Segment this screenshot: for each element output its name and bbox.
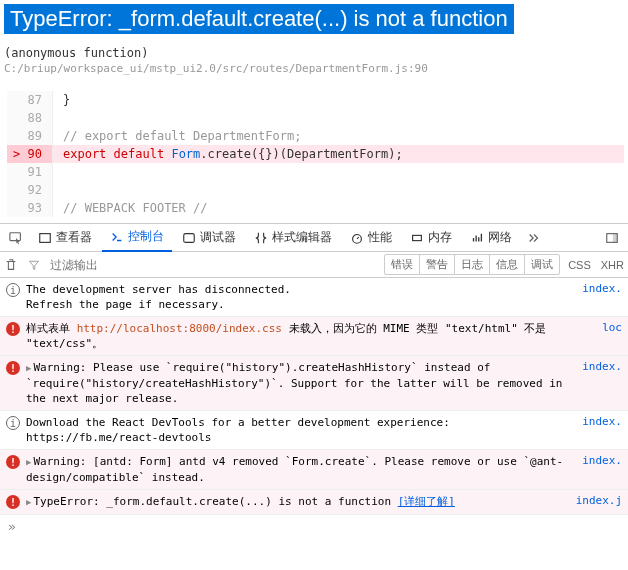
console-message: ! ▶TypeError: _form.default.create(...) …: [0, 490, 628, 515]
svg-rect-0: [10, 232, 21, 240]
code-line: 88: [7, 109, 624, 127]
info-icon: i: [6, 416, 20, 430]
message-text: 样式表单 http://localhost:8000/index.css 未载入…: [26, 321, 596, 351]
expand-arrow-icon[interactable]: ▶: [26, 497, 31, 507]
pill-warn[interactable]: 警告: [420, 255, 455, 274]
pill-error[interactable]: 错误: [385, 255, 420, 274]
code-line: 91: [7, 163, 624, 181]
learn-more-link[interactable]: [详细了解]: [398, 495, 455, 508]
memory-icon: [410, 231, 424, 245]
devtools-panel: 查看器 控制台 调试器 样式编辑器 性能 内存 网络 错误 警告 日志 信息 调…: [0, 223, 628, 538]
message-text: Download the React DevTools for a better…: [26, 415, 576, 445]
tab-label: 性能: [368, 229, 392, 246]
tabs-overflow-icon[interactable]: [522, 226, 546, 250]
stack-header: (anonymous function) C:/briup/workspace_…: [0, 34, 628, 83]
svg-rect-4: [413, 235, 422, 240]
tab-inspector[interactable]: 查看器: [30, 224, 100, 252]
code-line: 92: [7, 181, 624, 199]
network-icon: [470, 231, 484, 245]
message-text: ▶Warning: Please use `require("history")…: [26, 360, 576, 406]
tab-label: 网络: [488, 229, 512, 246]
debugger-icon: [182, 231, 196, 245]
filter-xhr-toggle[interactable]: XHR: [601, 259, 624, 271]
filter-icon: [28, 259, 42, 271]
tab-label: 样式编辑器: [272, 229, 332, 246]
devtools-tabs: 查看器 控制台 调试器 样式编辑器 性能 内存 网络: [0, 224, 628, 252]
dock-side-icon[interactable]: [600, 226, 624, 250]
tab-network[interactable]: 网络: [462, 224, 520, 252]
pill-log[interactable]: 日志: [455, 255, 490, 274]
console-message: i Download the React DevTools for a bett…: [0, 411, 628, 450]
code-line: 93// WEBPACK FOOTER //: [7, 199, 624, 217]
tab-console[interactable]: 控制台: [102, 224, 172, 252]
console-prompt[interactable]: »: [0, 515, 628, 538]
anonymous-function-label: (anonymous function): [4, 46, 624, 60]
info-icon: i: [6, 283, 20, 297]
tab-style-editor[interactable]: 样式编辑器: [246, 224, 340, 252]
filter-input[interactable]: [50, 258, 376, 272]
pill-info[interactable]: 信息: [490, 255, 525, 274]
expand-arrow-icon[interactable]: ▶: [26, 363, 31, 373]
svg-rect-1: [40, 233, 51, 242]
tab-label: 内存: [428, 229, 452, 246]
console-message: ! 样式表单 http://localhost:8000/index.css 未…: [0, 317, 628, 356]
message-source[interactable]: loc: [602, 321, 622, 334]
error-icon: !: [6, 322, 20, 336]
console-icon: [110, 230, 124, 244]
error-icon: !: [6, 495, 20, 509]
console-filter-bar: 错误 警告 日志 信息 调试 CSS XHR: [0, 252, 628, 278]
console-message: i The development server has disconnecte…: [0, 278, 628, 317]
message-source[interactable]: index.: [582, 415, 622, 428]
tab-memory[interactable]: 内存: [402, 224, 460, 252]
message-source[interactable]: index.j: [576, 494, 622, 507]
message-source[interactable]: index.: [582, 282, 622, 295]
pick-element-icon[interactable]: [4, 226, 28, 250]
console-message: ! ▶Warning: [antd: Form] antd v4 removed…: [0, 450, 628, 490]
error-icon: !: [6, 455, 20, 469]
svg-rect-6: [613, 233, 617, 242]
inspector-icon: [38, 231, 52, 245]
tab-debugger[interactable]: 调试器: [174, 224, 244, 252]
error-title-banner: TypeError: _form.default.create(...) is …: [4, 4, 514, 34]
performance-icon: [350, 231, 364, 245]
tab-performance[interactable]: 性能: [342, 224, 400, 252]
message-text: ▶TypeError: _form.default.create(...) is…: [26, 494, 570, 510]
expand-arrow-icon[interactable]: ▶: [26, 457, 31, 467]
code-line: 87}: [7, 91, 624, 109]
message-text: ▶Warning: [antd: Form] antd v4 removed `…: [26, 454, 576, 485]
tab-label: 调试器: [200, 229, 236, 246]
code-snippet: 87} 88 89// export default DepartmentFor…: [4, 91, 624, 217]
code-line: 89// export default DepartmentForm;: [7, 127, 624, 145]
pill-debug[interactable]: 调试: [525, 255, 559, 274]
error-icon: !: [6, 361, 20, 375]
style-icon: [254, 231, 268, 245]
message-text: The development server has disconnected.…: [26, 282, 576, 312]
tab-label: 控制台: [128, 228, 164, 245]
svg-rect-2: [184, 233, 195, 242]
message-source[interactable]: index.: [582, 360, 622, 373]
source-path: C:/briup/workspace_ui/mstp_ui2.0/src/rou…: [4, 62, 624, 75]
tab-label: 查看器: [56, 229, 92, 246]
filter-css-toggle[interactable]: CSS: [568, 259, 591, 271]
log-level-pills: 错误 警告 日志 信息 调试: [384, 254, 560, 275]
console-message: ! ▶Warning: Please use `require("history…: [0, 356, 628, 411]
console-messages: i The development server has disconnecte…: [0, 278, 628, 515]
code-line-highlighted: 90export default Form.create({})(Departm…: [7, 145, 624, 163]
message-source[interactable]: index.: [582, 454, 622, 467]
clear-console-icon[interactable]: [4, 258, 20, 272]
